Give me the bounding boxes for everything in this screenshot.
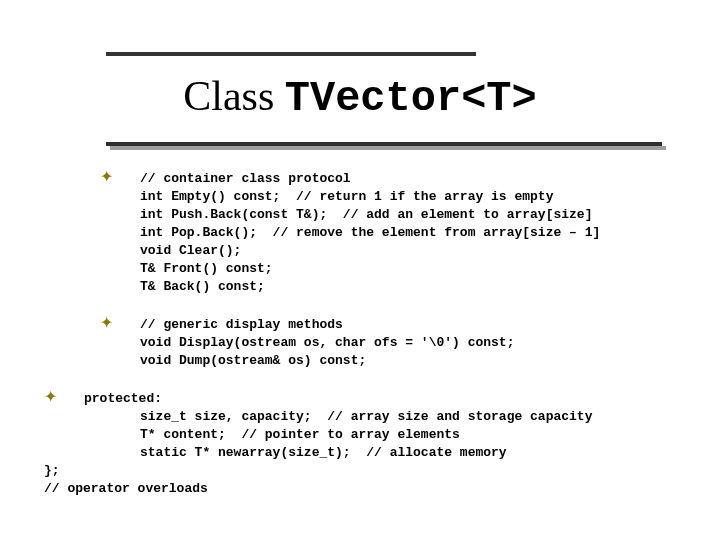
code-text: int Pop.Back(); // remove the element fr… [140, 224, 600, 242]
block-display-methods: ✦// generic display methods void Display… [100, 314, 700, 370]
code-text: T* content; // pointer to array elements [140, 426, 460, 444]
bullet-icon: ✦ [100, 314, 140, 332]
code-text: // operator overloads [44, 480, 208, 498]
code-line: void Display(ostream os, char ofs = '\0'… [100, 334, 700, 352]
code-text: T& Front() const; [140, 260, 273, 278]
title-code: TVector<T> [285, 75, 537, 123]
code-line: // operator overloads [44, 480, 700, 498]
code-text: void Dump(ostream& os) const; [140, 352, 366, 370]
slide-title: Class TVector<T> [0, 74, 720, 121]
code-text: // generic display methods [140, 316, 343, 334]
code-line: int Pop.Back(); // remove the element fr… [100, 224, 700, 242]
code-line: ✦protected: [44, 388, 700, 408]
slide: Class TVector<T> ✦// container class pro… [0, 0, 720, 540]
bullet-icon: ✦ [44, 388, 84, 406]
code-line: }; [44, 462, 700, 480]
top-rule [106, 52, 476, 56]
code-line: void Dump(ostream& os) const; [100, 352, 700, 370]
code-line: ✦// container class protocol [100, 168, 700, 188]
bullet-icon: ✦ [100, 168, 140, 186]
slide-body: ✦// container class protocol int Empty()… [100, 168, 700, 516]
code-text: size_t size, capacity; // array size and… [140, 408, 592, 426]
code-line: void Clear(); [100, 242, 700, 260]
code-line: int Push.Back(const T&); // add an eleme… [100, 206, 700, 224]
code-text: void Display(ostream os, char ofs = '\0'… [140, 334, 514, 352]
code-text: static T* newarray(size_t); // allocate … [140, 444, 507, 462]
code-text: protected: [84, 390, 162, 408]
code-text: T& Back() const; [140, 278, 265, 296]
code-line: ✦// generic display methods [100, 314, 700, 334]
code-line: T* content; // pointer to array elements [100, 426, 700, 444]
block-protected: ✦protected: size_t size, capacity; // ar… [100, 388, 700, 498]
code-text: int Empty() const; // return 1 if the ar… [140, 188, 553, 206]
title-underline-main [106, 142, 662, 146]
code-line: T& Front() const; [100, 260, 700, 278]
code-line: T& Back() const; [100, 278, 700, 296]
code-line: size_t size, capacity; // array size and… [100, 408, 700, 426]
code-text: void Clear(); [140, 242, 241, 260]
code-line: int Empty() const; // return 1 if the ar… [100, 188, 700, 206]
code-text: // container class protocol [140, 170, 351, 188]
block-container-protocol: ✦// container class protocol int Empty()… [100, 168, 700, 296]
code-text: }; [44, 462, 60, 480]
code-text: int Push.Back(const T&); // add an eleme… [140, 206, 592, 224]
code-line: static T* newarray(size_t); // allocate … [100, 444, 700, 462]
title-underline-shadow [110, 146, 666, 150]
title-underline [106, 142, 662, 150]
title-prefix: Class [183, 73, 285, 119]
